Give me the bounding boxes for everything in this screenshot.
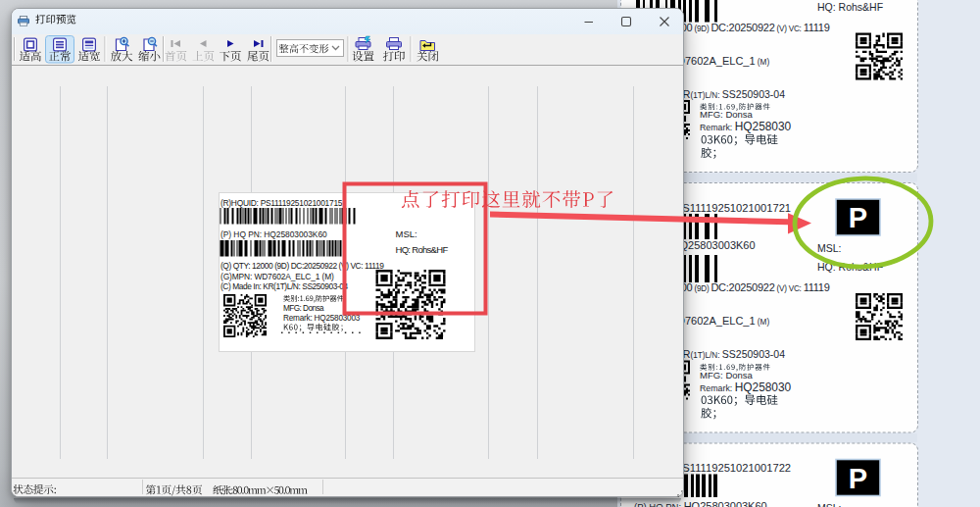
svg-text:MSL:: MSL:: [817, 502, 842, 507]
svg-text:(Q) QTY: 12000 (9D) DC:2025092: (Q) QTY: 12000 (9D) DC:20250922 (V) VC: …: [220, 261, 384, 271]
svg-text:MFG: Donsa: MFG: Donsa: [700, 109, 754, 120]
svg-text:MSL:: MSL:: [817, 242, 842, 254]
svg-text:(P) HQ PN: HQ25803003K60: (P) HQ PN: HQ25803003K60: [220, 229, 327, 239]
svg-text:(G)MPN: WD7602A_ELC_1 (M): (G)MPN: WD7602A_ELC_1 (M): [220, 272, 334, 281]
svg-text:(C) Made In: KR(1T)L/N: SS2509: (C) Made In: KR(1T)L/N: SS250903-04: [220, 281, 348, 291]
svg-text:MFG: Donsa: MFG: Donsa: [283, 304, 324, 313]
svg-text:MSL:: MSL:: [396, 228, 417, 239]
svg-text:MFG: Donsa: MFG: Donsa: [700, 370, 754, 380]
svg-text:P: P: [849, 463, 867, 494]
svg-text:Remark: HQ25803003: Remark: HQ25803003: [283, 314, 361, 323]
svg-text:Remark: HQ258030: Remark: HQ258030: [700, 120, 792, 133]
svg-text:HQ: Rohs&HF: HQ: Rohs&HF: [396, 244, 449, 255]
svg-text:(R)HQUID: PS11119251021001715: (R)HQUID: PS11119251021001715: [220, 198, 343, 208]
svg-text:HQ: Rohs&HF: HQ: Rohs&HF: [817, 1, 883, 13]
svg-text:Remark: HQ258030: Remark: HQ258030: [700, 380, 792, 394]
svg-text:P: P: [849, 202, 867, 233]
svg-text:HQ: Rohs&HF: HQ: Rohs&HF: [817, 261, 883, 273]
